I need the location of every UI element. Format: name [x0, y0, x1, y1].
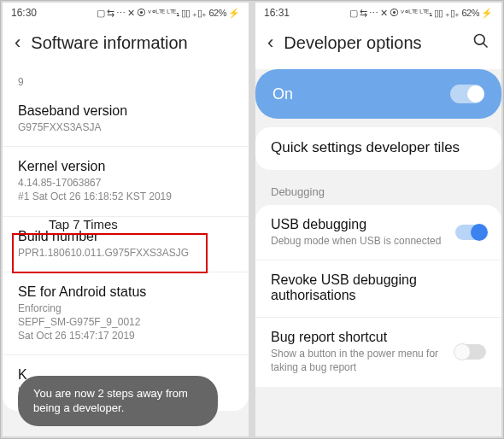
- kernel-line1: 4.14.85-17063867: [18, 176, 233, 190]
- usb-sub: Debug mode when USB is connected: [271, 234, 447, 248]
- revoke-row[interactable]: Revoke USB debugging authorisations: [255, 260, 501, 318]
- se-row[interactable]: SE for Android status Enforcing SEPF_SM-…: [3, 272, 249, 356]
- usb-debugging-row[interactable]: USB debugging Debug mode when USB is con…: [255, 205, 501, 260]
- se-l3: Sat Oct 26 15:47:17 2019: [18, 329, 233, 342]
- status-time: 16:30: [11, 7, 37, 19]
- baseband-value: G975FXXS3ASJA: [18, 120, 233, 134]
- statusbar: 16:31 ▢ ⇆ ⋯ ✕ ⦿ ᵛᵒᴸᵀᴱ ᴸᵀᴱ₁ ▯▯ ₊▯₊ 62% ⚡: [255, 3, 501, 23]
- se-l2: SEPF_SM-G975F_9_0012: [18, 315, 233, 329]
- annotation-tap: Tap 7 Times: [49, 217, 118, 231]
- revoke-label: Revoke USB debugging authorisations: [271, 272, 486, 303]
- master-toggle-label: On: [273, 85, 293, 103]
- quick-tiles-label: Quick settings developer tiles: [271, 139, 486, 156]
- quick-tiles-row[interactable]: Quick settings developer tiles: [255, 127, 501, 170]
- back-icon[interactable]: ‹: [15, 32, 21, 54]
- build-value: PPR1.180610.011.G975FXXS3ASJG: [18, 246, 233, 260]
- toast-text: You are now 2 steps away from being a de…: [33, 387, 188, 415]
- kernel-line2: #1 Sat Oct 26 16:18:52 KST 2019: [18, 190, 233, 203]
- build-row[interactable]: Build number PPR1.180610.011.G975FXXS3AS…: [3, 217, 249, 272]
- phone-left: 16:30 ▢ ⇆ ⋯ ✕ ⦿ ᵛᵒᴸᵀᴱ ᴸᵀᴱ₁ ▯▯ ₊▯₊ 62% ⚡ …: [3, 3, 249, 436]
- info-card: 9 Baseband version G975FXXS3ASJA Kernel …: [3, 69, 249, 411]
- statusbar: 16:30 ▢ ⇆ ⋯ ✕ ⦿ ᵛᵒᴸᵀᴱ ᴸᵀᴱ₁ ▯▯ ₊▯₊ 62% ⚡: [3, 3, 249, 23]
- kernel-row[interactable]: Kernel version 4.14.85-17063867 #1 Sat O…: [3, 147, 249, 216]
- bug-label: Bug report shortcut: [271, 330, 447, 345]
- baseband-label: Baseband version: [18, 103, 233, 119]
- android-version-value[interactable]: 9: [3, 69, 249, 91]
- se-label: SE for Android status: [18, 284, 233, 300]
- svg-line-1: [483, 43, 488, 47]
- usb-label: USB debugging: [271, 217, 447, 232]
- content: On Quick settings developer tiles Debugg…: [255, 69, 501, 436]
- page-title: Developer options: [284, 33, 472, 53]
- master-toggle-row[interactable]: On: [255, 69, 501, 119]
- se-l1: Enforcing: [18, 301, 233, 315]
- header: ‹ Software information: [3, 23, 249, 69]
- back-icon[interactable]: ‹: [267, 32, 273, 54]
- debug-card: USB debugging Debug mode when USB is con…: [255, 205, 501, 387]
- status-icons: ▢ ⇆ ⋯ ✕ ⦿ ᵛᵒᴸᵀᴱ ᴸᵀᴱ₁ ▯▯ ₊▯₊ 62% ⚡: [349, 8, 493, 19]
- kernel-label: Kernel version: [18, 159, 233, 174]
- usb-toggle[interactable]: [455, 225, 486, 240]
- svg-point-0: [475, 34, 485, 44]
- baseband-row[interactable]: Baseband version G975FXXS3ASJA: [3, 91, 249, 147]
- header: ‹ Developer options: [255, 23, 501, 69]
- quick-card: Quick settings developer tiles: [255, 127, 501, 170]
- page-title: Software information: [31, 33, 237, 53]
- bug-sub: Show a button in the power menu for taki…: [271, 347, 447, 374]
- bug-report-row[interactable]: Bug report shortcut Show a button in the…: [255, 318, 501, 386]
- bug-toggle[interactable]: [455, 344, 486, 360]
- toast: You are now 2 steps away from being a de…: [18, 376, 218, 426]
- debug-section-label: Debugging: [255, 177, 501, 205]
- status-time: 16:31: [264, 7, 290, 19]
- master-toggle[interactable]: [450, 85, 484, 103]
- phone-right: 16:31 ▢ ⇆ ⋯ ✕ ⦿ ᵛᵒᴸᵀᴱ ᴸᵀᴱ₁ ▯▯ ₊▯₊ 62% ⚡ …: [255, 3, 501, 436]
- search-icon[interactable]: [472, 32, 489, 54]
- status-icons: ▢ ⇆ ⋯ ✕ ⦿ ᵛᵒᴸᵀᴱ ᴸᵀᴱ₁ ▯▯ ₊▯₊ 62% ⚡: [97, 8, 240, 19]
